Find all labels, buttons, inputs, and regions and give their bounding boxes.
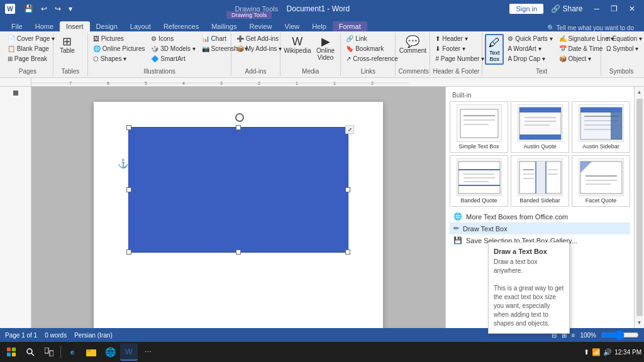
- handle-tl[interactable]: [126, 125, 131, 130]
- close-btn[interactable]: ✕: [625, 3, 639, 14]
- gallery-item-banded-quote[interactable]: Banded Quote: [450, 155, 508, 207]
- gallery-item-simple[interactable]: Simple Text Box: [450, 101, 508, 153]
- handle-bm[interactable]: [236, 250, 241, 255]
- resize-icon[interactable]: ⤢: [345, 125, 354, 134]
- gallery-section-label: Built-in: [450, 90, 630, 101]
- cover-page-btn[interactable]: 📄 Cover Page ▾: [5, 34, 57, 43]
- taskbar-clock[interactable]: 12:34 PM: [614, 349, 641, 356]
- icons-btn[interactable]: ⚙ Icons: [148, 34, 197, 43]
- online-pictures-btn[interactable]: 🌐 Online Pictures: [91, 44, 148, 53]
- handle-tm[interactable]: [236, 125, 241, 130]
- text-label: Text: [485, 67, 598, 75]
- cross-ref-btn[interactable]: ↗ Cross-reference: [343, 54, 400, 63]
- handle-mr[interactable]: [345, 187, 350, 192]
- customize-qa-btn[interactable]: ▾: [66, 3, 75, 14]
- pictures-btn[interactable]: 🖼 Pictures: [91, 34, 148, 43]
- tell-me-tab[interactable]: 🔍 Tell me what you want to do: [547, 25, 634, 31]
- svg-text:5: 5: [145, 81, 147, 85]
- quick-parts-btn[interactable]: ⚙ Quick Parts ▾: [505, 34, 555, 43]
- more-textboxes-btn[interactable]: 🌐 More Text Boxes from Office.com: [450, 211, 630, 222]
- link-btn[interactable]: 🔗 Link: [343, 34, 400, 43]
- gallery-grid: Simple Text Box Austin Qu: [450, 101, 630, 207]
- tab-view[interactable]: View: [279, 21, 306, 31]
- view-outline-icon[interactable]: ≡: [572, 332, 575, 339]
- document-page: ⚓ ⤢: [94, 102, 383, 328]
- table-btn[interactable]: ⊞ Table: [56, 34, 79, 56]
- tab-mailings[interactable]: Mailings: [205, 21, 243, 31]
- more-apps-icon[interactable]: ⋯: [139, 343, 157, 361]
- network-icon[interactable]: 📶: [592, 348, 601, 356]
- share-btn[interactable]: 🔗 Share: [547, 3, 586, 14]
- redo-btn[interactable]: ↪: [52, 3, 64, 14]
- gallery-item-austin-quote[interactable]: Austin Quote: [511, 101, 569, 153]
- tab-design[interactable]: Design: [90, 21, 124, 31]
- gallery-item-banded-sidebar[interactable]: Banded Sidebar: [511, 155, 569, 207]
- zoom-slider[interactable]: [601, 330, 639, 340]
- explorer-icon[interactable]: [82, 343, 100, 361]
- undo-btn[interactable]: ↩: [38, 3, 50, 14]
- comment-btn[interactable]: 💬 Comment: [398, 34, 427, 56]
- page-break-btn[interactable]: ⊞ Page Break: [5, 54, 57, 63]
- tab-references[interactable]: References: [157, 21, 205, 31]
- hf-col: ⬆ Header ▾ ⬇ Footer ▾ # Page Number ▾: [433, 34, 487, 63]
- group-illustrations: 🖼 Pictures 🌐 Online Pictures ⬡ Shapes ▾ …: [88, 33, 231, 76]
- shapes-btn[interactable]: ⬡ Shapes ▾: [91, 54, 148, 63]
- tab-insert[interactable]: Insert: [60, 21, 90, 31]
- restore-btn[interactable]: ❐: [607, 3, 621, 14]
- handle-bl[interactable]: [126, 250, 131, 255]
- online-video-btn[interactable]: ▶ Online Video: [313, 34, 338, 63]
- tab-format-drawing[interactable]: Format: [333, 21, 367, 31]
- ribbon: 📄 Cover Page ▾ 📋 Blank Page ⊞ Page Break…: [0, 31, 644, 78]
- equation-btn[interactable]: π Equation ▾: [604, 34, 644, 43]
- gallery-item-austin-sidebar[interactable]: Austin Sidebar: [572, 101, 630, 153]
- handle-br[interactable]: [345, 250, 350, 255]
- edge-icon[interactable]: e: [64, 343, 81, 361]
- get-addins-btn[interactable]: ➕ Get Add-ins: [234, 34, 284, 43]
- draw-textbox-btn[interactable]: ✏ Draw Text Box: [450, 222, 630, 234]
- wordart-btn[interactable]: A WordArt ▾: [505, 44, 555, 53]
- status-left: Page 1 of 1 0 words Persian (Iran): [5, 332, 113, 339]
- handle-ml[interactable]: [126, 187, 131, 192]
- scroll-up-btn[interactable]: ▲: [636, 88, 643, 96]
- document-area[interactable]: ⚓ ⤢: [31, 87, 445, 328]
- 3d-models-btn[interactable]: 🎲 3D Models ▾: [148, 44, 197, 53]
- smartart-btn[interactable]: 🔷 SmartArt: [148, 54, 197, 63]
- bookmark-btn[interactable]: 🔖 Bookmark: [343, 44, 400, 53]
- search-taskbar-btn[interactable]: [21, 343, 39, 361]
- rotate-handle[interactable]: [235, 113, 244, 122]
- gallery-label-banded-quote: Banded Quote: [460, 197, 497, 204]
- blank-page-btn[interactable]: 📋 Blank Page: [5, 44, 57, 53]
- dropcap-btn[interactable]: A Drop Cap ▾: [505, 54, 555, 63]
- task-view-btn[interactable]: [40, 343, 58, 361]
- taskbar-icons-right: ⬆: [584, 348, 589, 356]
- start-btn[interactable]: [3, 343, 20, 361]
- text-box-shape[interactable]: [128, 127, 348, 253]
- tab-review[interactable]: Review: [243, 21, 279, 31]
- tab-home[interactable]: Home: [29, 21, 60, 31]
- title-bar: W 💾 ↩ ↪ ▾ Drawing Tools Document1 - Word…: [0, 0, 644, 18]
- scroll-down-btn[interactable]: ▼: [636, 319, 643, 327]
- my-addins-btn[interactable]: 📦 My Add-ins ▾: [234, 44, 284, 53]
- sign-in-button[interactable]: Sign in: [509, 4, 543, 14]
- wikipedia-btn[interactable]: W Wikipedia: [283, 34, 312, 56]
- textbox-btn[interactable]: 🖊 TextBox: [485, 34, 504, 65]
- symbol-btn[interactable]: Ω Symbol ▾: [604, 44, 644, 53]
- links-label: Links: [343, 67, 392, 75]
- anchor-icon: ⚓: [118, 158, 128, 168]
- thumb-banded-sidebar: [518, 158, 563, 196]
- minimize-btn[interactable]: ─: [590, 3, 603, 14]
- tab-file[interactable]: File: [5, 21, 29, 31]
- volume-icon[interactable]: 🔊: [603, 348, 612, 356]
- tab-layout[interactable]: Layout: [124, 21, 157, 31]
- save-btn[interactable]: 💾: [21, 3, 36, 14]
- right-scrollbar[interactable]: ▲ ▼: [634, 87, 644, 328]
- scroll-track: [636, 99, 643, 316]
- gallery-item-facet-quote[interactable]: Facet Quote: [572, 155, 630, 207]
- group-pages: 📄 Cover Page ▾ 📋 Blank Page ⊞ Page Break…: [3, 33, 53, 76]
- word-taskbar-icon[interactable]: W: [120, 343, 138, 361]
- page-number-btn[interactable]: # Page Number ▾: [433, 54, 487, 63]
- chrome-icon[interactable]: 🌐: [101, 343, 119, 361]
- tab-help[interactable]: Help: [306, 21, 333, 31]
- footer-btn[interactable]: ⬇ Footer ▾: [433, 44, 487, 53]
- header-btn[interactable]: ⬆ Header ▾: [433, 34, 487, 43]
